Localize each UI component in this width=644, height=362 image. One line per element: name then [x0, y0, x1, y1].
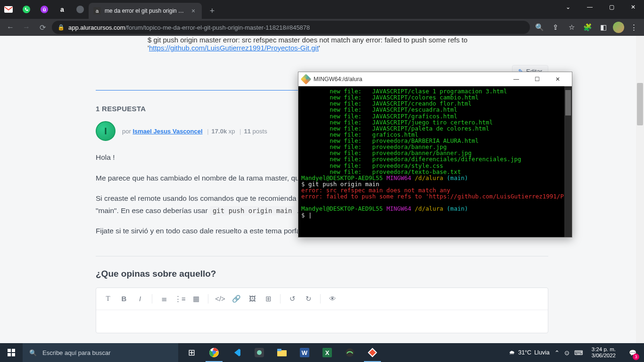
forward-button[interactable]: →: [20, 21, 33, 34]
terminal-body[interactable]: new file: JAVASCRIPT/clase 1 programacio…: [298, 86, 572, 237]
system-tray: 🌧 31°C Lluvia ⌃ ⊙ ⌨ 3:24 p. m. 3/06/2022…: [509, 343, 644, 362]
terminal-title: MINGW64:/d/alura: [314, 76, 363, 82]
bookmark-icon[interactable]: ☆: [565, 21, 578, 34]
start-button[interactable]: [0, 343, 23, 362]
tool-italic[interactable]: I: [133, 292, 147, 306]
browser-toolbar: ← → ⟳ 🔒 app.aluracursos.com/forum/topico…: [0, 19, 644, 36]
taskbar-explorer-icon[interactable]: [271, 343, 293, 362]
code-inline: git push origin main: [210, 206, 295, 215]
tool-ol[interactable]: ⋮≡: [173, 292, 187, 306]
tool-table[interactable]: ▦: [189, 292, 203, 306]
browser-titlebar: û a a me da error el git push origin ma …: [0, 0, 644, 19]
editor-textarea[interactable]: [96, 310, 548, 333]
window-controls: ⌄ — ▢ ✕: [557, 0, 644, 19]
svg-rect-7: [8, 353, 11, 356]
svg-rect-5: [8, 349, 11, 352]
back-button[interactable]: ←: [4, 21, 17, 34]
svg-point-1: [23, 6, 30, 13]
scrollbar-thumb[interactable]: [637, 83, 643, 125]
tool-link[interactable]: 🔗: [229, 292, 243, 306]
pinned-whatsapp-icon[interactable]: [22, 5, 31, 14]
sidepanel-icon[interactable]: ◧: [597, 21, 610, 34]
taskbar-clock[interactable]: 3:24 p. m. 3/06/2022: [588, 346, 619, 359]
search-icon: 🔍: [29, 349, 37, 356]
separator: [320, 294, 321, 304]
terminal-maximize-icon[interactable]: ☐: [527, 73, 547, 86]
pinned-alura-icon[interactable]: a: [58, 5, 67, 14]
taskbar-word-icon[interactable]: W: [293, 343, 316, 362]
close-icon[interactable]: ✕: [622, 0, 644, 14]
taskbar-nox-icon[interactable]: [248, 343, 271, 362]
windows-taskbar: 🔍 Escribe aquí para buscar ⊞ W X 🌧 31°C …: [0, 343, 644, 362]
svg-rect-6: [12, 349, 15, 352]
minimize-icon[interactable]: —: [579, 0, 601, 14]
taskbar-gitbash-icon[interactable]: [361, 343, 384, 362]
taskbar-vscode-icon[interactable]: [225, 343, 248, 362]
tool-ul[interactable]: ≣: [157, 292, 171, 306]
taskbar-webex-icon[interactable]: [339, 343, 361, 362]
menu-icon[interactable]: ⋮: [627, 21, 640, 34]
terminal-scrollbar-thumb[interactable]: [565, 90, 571, 115]
tool-code[interactable]: </>: [213, 292, 227, 306]
weather-icon: 🌧: [509, 349, 515, 356]
browser-tab[interactable]: a me da error el git push origin ma ×: [89, 3, 202, 19]
question-link[interactable]: https://github.com/LuisGutierrez1991/Pro…: [149, 44, 319, 52]
terminal-app-icon: [301, 74, 312, 85]
tool-undo[interactable]: ↺: [285, 292, 299, 306]
svg-rect-8: [12, 353, 15, 356]
svg-text:û: û: [43, 7, 46, 12]
tab-close-icon[interactable]: ×: [190, 7, 197, 15]
answer-avatar[interactable]: I: [96, 121, 116, 141]
tray-meet-icon[interactable]: ⊙: [564, 349, 570, 356]
share-icon[interactable]: ⇪: [549, 21, 562, 34]
address-bar[interactable]: 🔒 app.aluracursos.com/forum/topico-me-da…: [52, 21, 530, 34]
profile-avatar[interactable]: [613, 22, 624, 33]
terminal-window: MINGW64:/d/alura — ☐ ✕ new file: JAVASCR…: [298, 72, 572, 238]
weather-widget[interactable]: 🌧 31°C Lluvia: [509, 349, 550, 356]
tool-redo[interactable]: ↻: [301, 292, 315, 306]
svg-text:W: W: [302, 349, 308, 356]
terminal-scrollbar[interactable]: [564, 86, 572, 237]
svg-rect-14: [277, 349, 281, 351]
page-scrollbar[interactable]: [636, 36, 644, 343]
task-view-icon[interactable]: ⊞: [180, 343, 203, 362]
extensions-icon[interactable]: 🧩: [581, 21, 594, 34]
answer-author-link[interactable]: Ismael Jesus Vasconcel: [132, 128, 202, 135]
separator: [280, 294, 281, 304]
terminal-titlebar[interactable]: MINGW64:/d/alura — ☐ ✕: [298, 72, 572, 86]
answer-meta: por Ismael Jesus Vasconcel |17.0k xp |11…: [122, 128, 267, 135]
maximize-icon[interactable]: ▢: [601, 0, 622, 14]
tab-favicon-icon: a: [93, 7, 101, 15]
svg-point-12: [257, 350, 262, 355]
tray-chevron-icon[interactable]: ⌃: [554, 349, 560, 356]
lock-icon: 🔒: [58, 24, 65, 31]
chevron-down-icon[interactable]: ⌄: [557, 0, 579, 14]
tool-preview[interactable]: 👁: [325, 292, 339, 306]
tool-image[interactable]: 🖼: [245, 292, 259, 306]
svg-point-4: [76, 6, 84, 13]
terminal-minimize-icon[interactable]: —: [506, 73, 527, 86]
taskbar-excel-icon[interactable]: X: [316, 343, 339, 362]
pinned-udemy-icon[interactable]: û: [40, 5, 49, 14]
zoom-icon[interactable]: 🔍: [533, 21, 546, 34]
tool-heading[interactable]: T: [101, 292, 115, 306]
editor-toolbar: T B I ≣ ⋮≡ ▦ </> 🔗 🖼 ⊞ ↺ ↻ 👁: [96, 288, 548, 310]
reply-heading: ¿Que opinas sobre aquello?: [96, 269, 548, 279]
taskbar-chrome-icon[interactable]: [203, 343, 225, 362]
notifications-icon[interactable]: 💬3: [624, 343, 641, 362]
svg-text:X: X: [325, 349, 330, 356]
tool-bold[interactable]: B: [117, 292, 131, 306]
taskbar-search[interactable]: 🔍 Escribe aquí para buscar: [23, 343, 178, 362]
pinned-github-icon[interactable]: [75, 5, 85, 14]
pinned-gmail-icon[interactable]: [4, 5, 13, 14]
tab-title: me da error el git push origin ma: [105, 8, 186, 14]
separator: [208, 294, 208, 304]
url-text: app.aluracursos.com/forum/topico-me-da-e…: [68, 24, 310, 31]
new-tab-button[interactable]: +: [206, 4, 219, 17]
separator: [152, 294, 152, 304]
tool-quote[interactable]: ⊞: [261, 292, 275, 306]
pinned-tabs: û a: [0, 0, 89, 19]
terminal-close-icon[interactable]: ✕: [547, 73, 568, 86]
tray-keyboard-icon[interactable]: ⌨: [574, 349, 583, 356]
reload-button[interactable]: ⟳: [36, 21, 49, 34]
